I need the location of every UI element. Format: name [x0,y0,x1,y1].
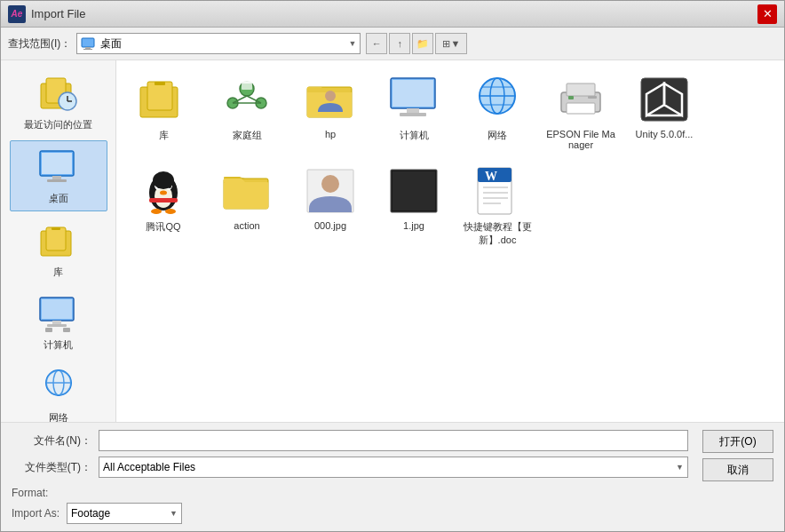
import-file-dialog: Ae Import File ✕ 查找范围(I)： 桌面 ▼ ← [0,0,785,532]
location-arrow: ▼ [348,39,356,48]
filetype-arrow: ▼ [676,463,684,472]
svg-rect-50 [567,103,595,114]
file-item-action[interactable]: action [207,159,287,252]
file-qq-label: 腾讯QQ [146,220,180,234]
svg-point-64 [153,171,174,189]
file-epson-icon [556,76,606,123]
svg-point-67 [165,209,176,214]
sidebar-item-library-label: 库 [53,266,63,279]
svg-point-66 [151,209,162,214]
location-dropdown[interactable]: 桌面 ▼ [76,33,361,54]
svg-point-24 [46,370,71,395]
svg-rect-11 [47,179,67,182]
svg-rect-16 [42,299,72,319]
filename-label: 文件名(N)： [12,433,91,449]
nav-up-button[interactable]: ↑ [389,33,410,54]
main-content: 最近访问的位置 桌面 [1,60,784,422]
svg-rect-0 [82,38,94,47]
bottom-section: 文件名(N)： 文件类型(T)： All Acceptable Files ▼ … [1,422,784,531]
file-item-shortcut[interactable]: W 快捷键教程【更新】.doc [457,159,537,252]
svg-point-38 [325,91,336,101]
svg-point-63 [160,191,167,195]
file-unity-label: Unity 5.0.0f... [636,129,694,139]
location-label: 查找范围(I)： [8,36,71,52]
svg-rect-52 [588,96,597,99]
file-computer-label: 计算机 [400,129,429,142]
svg-rect-26 [147,82,172,110]
sidebar-item-computer[interactable]: 计算机 [10,288,107,357]
file-unity-icon [639,76,689,123]
desktop-small-icon [81,37,95,50]
file-item-hp[interactable]: hp [290,67,370,155]
import-as-dropdown[interactable]: Footage ▼ [67,503,182,524]
sidebar-item-library[interactable]: 库 [10,215,107,284]
nav-view-button[interactable]: ⊞▼ [435,33,467,54]
file-item-epson[interactable]: EPSON File Manager [541,67,621,155]
svg-rect-2 [83,49,92,50]
filetype-dropdown[interactable]: All Acceptable Files ▼ [99,457,688,478]
file-shortcut-label: 快捷键教程【更新】.doc [461,220,534,247]
recent-icon [39,76,78,112]
file-network-label: 网络 [488,129,507,142]
cancel-button[interactable]: 取消 [702,458,773,481]
file-qq-icon [139,166,188,216]
svg-rect-10 [52,176,61,179]
nav-buttons: ← ↑ 📁 ⊞▼ [366,33,467,54]
sidebar-item-recent-label: 最近访问的位置 [24,118,92,131]
svg-rect-19 [45,328,52,332]
file-network-icon [472,76,522,123]
import-as-label: Import As: [12,507,59,520]
location-text: 桌面 [100,36,122,52]
svg-rect-27 [155,82,165,85]
file-shortcut-icon: W [472,166,522,216]
sidebar-item-desktop[interactable]: 桌面 [10,140,107,211]
filename-input[interactable] [99,430,688,451]
open-button[interactable]: 打开(O) [702,430,773,453]
file-item-homegroup[interactable]: 家庭组 [207,67,287,155]
file-1jpg-label: 1.jpg [403,220,424,231]
file-000jpg-icon [305,168,355,214]
filename-row: 文件名(N)： [12,430,688,451]
svg-rect-18 [47,324,67,327]
file-item-1jpg[interactable]: 1.jpg [374,159,454,252]
file-area: 库 [116,60,784,422]
svg-point-71 [321,175,339,193]
file-item-unity[interactable]: Unity 5.0.0f... [624,67,704,155]
sidebar-item-network[interactable]: 网络 [10,361,107,422]
format-label: Format: [12,487,48,499]
file-item-library[interactable]: 库 [123,67,203,155]
file-hp-icon [305,78,355,121]
file-item-qq[interactable]: 腾讯QQ [123,159,203,252]
file-item-network[interactable]: 网络 [457,67,537,155]
svg-rect-14 [52,227,60,230]
import-as-arrow: ▼ [170,509,178,518]
filetype-label: 文件类型(T)： [12,460,91,475]
nav-new-folder-button[interactable]: 📁 [412,33,433,54]
svg-rect-13 [46,227,66,250]
file-item-000jpg[interactable]: 000.jpg [290,159,370,252]
svg-rect-1 [85,47,91,49]
svg-rect-73 [392,171,435,210]
action-buttons: 打开(O) 取消 [702,430,773,481]
nav-back-button[interactable]: ← [366,33,387,54]
file-epson-label: EPSON File Manager [544,129,617,150]
filetype-row: 文件类型(T)： All Acceptable Files ▼ [12,457,688,478]
sidebar: 最近访问的位置 桌面 [1,60,116,422]
toolbar: 查找范围(I)： 桌面 ▼ ← ↑ 📁 ⊞▼ [1,28,784,60]
format-row: Format: [12,483,773,499]
file-computer-icon [389,76,439,123]
close-button[interactable]: ✕ [757,4,777,24]
svg-text:W: W [485,170,497,183]
svg-rect-42 [400,113,426,116]
svg-rect-20 [63,328,70,332]
file-000jpg-label: 000.jpg [314,220,346,231]
svg-rect-41 [407,108,419,113]
file-homegroup-icon [222,78,272,121]
svg-rect-49 [567,83,595,96]
sidebar-item-desktop-label: 桌面 [49,192,68,205]
title-bar-left: Ae Import File [8,5,85,23]
file-hp-label: hp [325,129,336,139]
sidebar-item-recent[interactable]: 最近访问的位置 [10,67,107,137]
file-homegroup-label: 家庭组 [233,129,262,142]
file-item-computer[interactable]: 计算机 [374,67,454,155]
